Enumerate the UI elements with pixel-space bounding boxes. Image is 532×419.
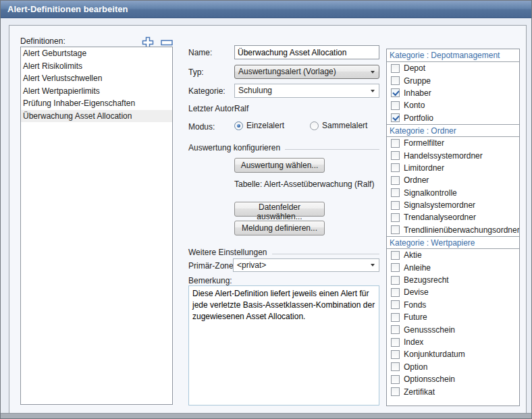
category-checkbox-row[interactable]: Inhaber [387, 87, 519, 99]
category-checkbox-label: Depot [404, 63, 425, 73]
checkbox-icon[interactable] [391, 263, 400, 272]
category-checkbox-row[interactable]: Anleihe [387, 261, 519, 273]
name-input[interactable] [234, 45, 379, 59]
dropdown-arrow-icon [371, 71, 375, 74]
category-checkbox-row[interactable]: Trendlinienüberwachungsordner [387, 224, 519, 236]
category-checkbox-row[interactable]: Konjunkturdatum [387, 348, 519, 360]
bemerkung-label: Bemerkung: [188, 276, 232, 285]
remove-definition-button[interactable] [161, 40, 173, 46]
checkbox-icon[interactable] [391, 375, 400, 384]
checkbox-icon[interactable] [391, 325, 400, 334]
checkbox-icon[interactable] [391, 101, 400, 110]
radio-icon[interactable] [234, 121, 243, 130]
window-title: Alert-Definitionen bearbeiten [7, 4, 128, 14]
checkbox-icon[interactable] [391, 313, 400, 322]
meldung-definieren-button[interactable]: Meldung definieren... [234, 221, 325, 235]
category-checkbox-row[interactable]: Option [387, 361, 519, 373]
checkbox-icon[interactable] [391, 176, 400, 185]
checkbox-icon[interactable] [391, 188, 400, 197]
modus-label: Modus: [188, 122, 215, 132]
weitere-section-header: Weitere Einstellungen [188, 248, 379, 257]
category-checkbox-row[interactable]: Aktie [387, 249, 519, 261]
category-checkbox-row[interactable]: Zertifikat [387, 385, 519, 397]
checkbox-icon[interactable] [391, 163, 400, 172]
category-checkbox-label: Future [404, 312, 427, 322]
category-checkbox-row[interactable]: Devise [387, 286, 519, 298]
category-checkbox-label: Fonds [404, 300, 426, 310]
category-checkbox-row[interactable]: Formelfilter [387, 137, 519, 149]
category-checkbox-label: Devise [404, 287, 429, 297]
definitions-label: Definitionen: [20, 36, 65, 46]
auswertung-waehlen-button[interactable]: Auswertung wählen... [234, 158, 325, 173]
definition-label: Prüfung Inhaber-Eigenschaften [23, 99, 135, 108]
checkbox-icon[interactable] [391, 201, 400, 210]
letzter-autor-label: Letzter Autor: [188, 104, 236, 113]
window-title-bar[interactable]: Alert-Definitionen bearbeiten [1, 1, 531, 18]
category-checkbox-list: Formelfilter Handelssystemordner Limitor… [387, 137, 519, 236]
primar-zone-dropdown[interactable]: <privat> [233, 258, 379, 272]
category-checkbox-row[interactable]: Genussschein [387, 323, 519, 335]
category-checkbox-row[interactable]: Future [387, 311, 519, 323]
category-checkbox-row[interactable]: Handelssystemordner [387, 149, 519, 161]
definition-list-item[interactable]: Alert Wertpapierlimits [21, 85, 172, 98]
primar-zone-label: Primär-Zone: [188, 261, 236, 271]
category-checkbox-label: Option [404, 362, 427, 372]
modus-radio-option[interactable]: Sammelalert [310, 121, 367, 130]
checkbox-icon[interactable] [391, 225, 400, 234]
kategorie-dropdown[interactable]: Schulung [234, 84, 379, 98]
checkbox-icon[interactable] [391, 362, 400, 371]
checkbox-icon[interactable] [391, 213, 400, 222]
category-checkbox-row[interactable]: Ordner [387, 174, 519, 186]
modus-option-label: Sammelalert [322, 121, 367, 130]
checkbox-icon[interactable] [391, 76, 400, 85]
modus-radio-option[interactable]: Einzelalert [234, 121, 284, 130]
checkbox-icon[interactable] [391, 276, 400, 285]
category-checkbox-row[interactable]: Signalkontrolle [387, 187, 519, 199]
category-checkbox-row[interactable]: Fonds [387, 299, 519, 311]
category-checkbox-row[interactable]: Konto [387, 99, 519, 111]
category-checkbox-label: Signalsystemordner [404, 200, 475, 210]
dialog-body-panel: Definitionen: Alert Geburtstage Alert Ri… [9, 25, 527, 414]
typ-dropdown[interactable]: Auswertungsalert (Vorlage) [234, 65, 379, 79]
checkbox-icon[interactable] [391, 151, 400, 160]
category-checkbox-row[interactable]: Depot [387, 62, 519, 74]
definition-list-item[interactable]: Prüfung Inhaber-Eigenschaften [21, 97, 172, 110]
category-checkbox-label: Handelssystemordner [404, 151, 483, 161]
checkbox-icon[interactable] [391, 113, 400, 122]
checkbox-icon[interactable] [391, 387, 400, 396]
checkbox-icon[interactable] [391, 288, 400, 297]
category-checkbox-label: Formelfilter [404, 138, 444, 148]
category-checkbox-row[interactable]: Optionsschein [387, 373, 519, 385]
auswertung-section-header: Auswertung konfigurieren [188, 143, 379, 152]
datenfelder-auswaehlen-button[interactable]: Datenfelder auswählen... [234, 202, 325, 217]
definition-list-item[interactable]: Alert Verlustschwellen [21, 72, 172, 85]
category-checkbox-row[interactable]: Limitordner [387, 162, 519, 174]
category-checkbox-row[interactable]: Index [387, 336, 519, 348]
category-checkbox-row[interactable]: Trendanalyseordner [387, 211, 519, 223]
checkbox-icon[interactable] [391, 88, 400, 97]
category-checkbox-label: Trendanalyseordner [404, 213, 476, 222]
primar-zone-dropdown-value: <privat> [237, 260, 266, 270]
category-section-title: Kategorie : Wertpapiere [387, 236, 519, 249]
category-checkbox-row[interactable]: Bezugsrecht [387, 274, 519, 286]
checkbox-icon[interactable] [391, 300, 400, 309]
category-checkbox-label: Inhaber [404, 88, 431, 98]
category-checkbox-row[interactable]: Gruppe [387, 74, 519, 86]
checkbox-icon[interactable] [391, 139, 400, 148]
checkbox-icon[interactable] [391, 251, 400, 260]
checkbox-icon[interactable] [391, 338, 400, 347]
checkbox-icon[interactable] [391, 350, 400, 359]
category-checkbox-row[interactable]: Signalsystemordner [387, 199, 519, 211]
bemerkung-textarea[interactable]: Diese Alert-Definition liefert jeweils e… [188, 285, 379, 406]
definition-list-item[interactable]: Alert Geburtstage [21, 47, 172, 60]
category-section-ordner: Kategorie : Ordner Formelfilter Handelss… [387, 124, 519, 236]
radio-icon[interactable] [310, 121, 319, 130]
category-checkbox-row[interactable]: Portfolio [387, 112, 519, 124]
definitions-listbox[interactable]: Alert Geburtstage Alert Risikolimits Ale… [20, 47, 173, 405]
checkbox-icon[interactable] [391, 64, 400, 73]
alert-definitions-dialog: { "window": { "title": "Alert-Definition… [0, 0, 532, 419]
categories-panel: Kategorie : Depotmanagement Depot Gruppe [386, 49, 520, 406]
definition-label: Überwachung Asset Allocation [23, 111, 132, 121]
definition-list-item[interactable]: Alert Risikolimits [21, 60, 172, 73]
definition-list-item[interactable]: Überwachung Asset Allocation [21, 110, 172, 123]
